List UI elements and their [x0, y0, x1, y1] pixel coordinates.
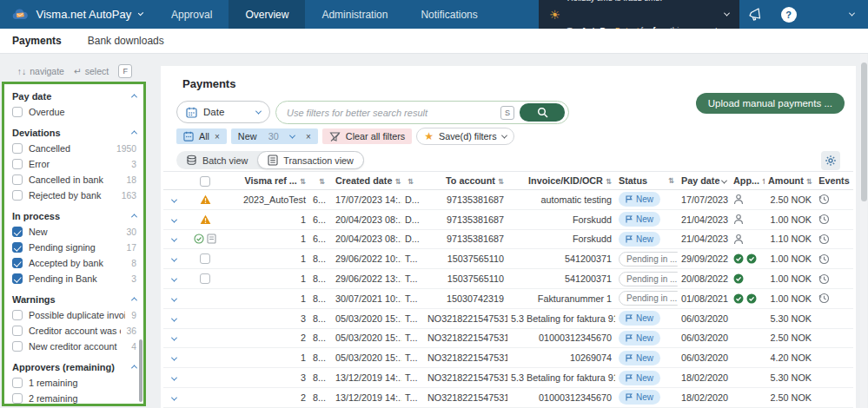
filter-checkbox[interactable] [12, 143, 23, 154]
expand-row-icon[interactable] [170, 236, 176, 242]
header-truncated-1[interactable]: ⇅ [309, 175, 332, 186]
filter-checkbox[interactable] [12, 107, 23, 117]
table-row[interactable]: 1 6... 20/04/2023 08:... D... 9713538168… [163, 230, 853, 250]
close-icon[interactable]: × [306, 132, 311, 141]
announcements-button[interactable] [739, 0, 772, 29]
filter-item[interactable]: New 30 [12, 224, 136, 240]
close-icon[interactable]: × [215, 132, 220, 141]
filter-item[interactable]: Pending in Bank 3 [12, 271, 136, 286]
expand-row-icon[interactable] [170, 355, 176, 361]
filter-item[interactable]: New creditor account 4 [12, 339, 136, 354]
sort-icon[interactable]: ⇅ [806, 177, 812, 186]
sort-icon[interactable]: ⇅ [498, 177, 504, 186]
search-button[interactable] [520, 103, 565, 122]
table-row[interactable]: 1 8... 29/06/2022 13:... T... 1503756511… [163, 269, 853, 289]
nav-item-approval[interactable]: Approval [155, 0, 229, 29]
expand-row-icon[interactable] [170, 335, 176, 341]
expand-row-icon[interactable] [170, 196, 176, 202]
expand-row-icon[interactable] [170, 256, 176, 262]
header-invoice[interactable]: Invoice/KID/OCR⇅ [507, 175, 615, 186]
sort-icon[interactable]: ⇅ [300, 177, 306, 186]
filter-section-header[interactable]: Warnings [12, 291, 136, 307]
expand-row-icon[interactable] [170, 295, 176, 301]
filter-item[interactable]: Cancelled in bank 18 [12, 172, 136, 188]
expand-row-icon[interactable] [170, 276, 176, 282]
expand-row-icon[interactable] [170, 375, 176, 381]
expand-row-icon[interactable] [170, 315, 176, 321]
history-clock-icon[interactable] [818, 214, 850, 225]
transaction-view-button[interactable]: Transaction view [257, 151, 364, 169]
history-clock-icon[interactable] [818, 293, 850, 304]
filter-item[interactable]: Error 3 [12, 156, 136, 172]
history-clock-icon[interactable] [818, 273, 850, 285]
header-truncated-2[interactable]: ⇅ [401, 175, 424, 186]
header-amount[interactable]: Amount⇅ [765, 175, 815, 186]
sort-icon[interactable]: ⇅ [319, 177, 325, 186]
filter-checkbox[interactable] [12, 326, 23, 336]
table-row[interactable]: 2 8... 05/03/2020 15:... T... NO32182215… [163, 329, 853, 349]
help-button[interactable]: ? [772, 0, 805, 29]
page-scrollbar-thumb[interactable] [861, 63, 867, 201]
row-checkbox[interactable] [200, 253, 210, 264]
filter-checkbox[interactable] [12, 242, 23, 253]
filter-item[interactable]: 1 remaining [12, 375, 136, 391]
filter-checkbox[interactable] [12, 258, 23, 268]
brand-area[interactable]: Visma.net AutoPay [0, 0, 155, 29]
table-row[interactable]: 2 8... 13/12/2019 14:... T... NO32182215… [163, 388, 853, 408]
select-all-checkbox[interactable] [200, 176, 210, 187]
filter-checkbox[interactable] [12, 174, 23, 185]
header-to-account[interactable]: To account⇅ [424, 175, 507, 186]
filter-item[interactable]: Pending signing 17 [12, 240, 136, 255]
table-row[interactable]: 1 6... 20/04/2023 08:... D... 9713538168… [163, 210, 853, 230]
filter-checkbox[interactable] [12, 378, 23, 388]
sidebar-scrollbar[interactable] [139, 339, 142, 402]
nav-item-administration[interactable]: Administration [305, 0, 404, 29]
header-pay-date[interactable]: Pay date [678, 175, 730, 186]
header-approved[interactable]: App...⇅ [730, 175, 765, 186]
filter-chip-all[interactable]: All × [176, 128, 227, 144]
tab-bank-downloads[interactable]: Bank downloads [88, 35, 164, 47]
filter-checkbox[interactable] [12, 273, 23, 284]
sort-icon[interactable]: ⇅ [407, 177, 414, 186]
nav-item-overview[interactable]: Overview [229, 0, 305, 29]
filter-item[interactable]: Rejected by bank 163 [12, 188, 136, 203]
filter-item[interactable]: 2 remaining [12, 391, 136, 406]
clear-all-filters-button[interactable]: Clear all filters [322, 128, 412, 144]
table-row[interactable]: 1 8... 05/03/2020 15:... T... NO32182215… [163, 348, 853, 368]
filter-item[interactable]: Creditor account was changed 36 [12, 323, 136, 339]
date-filter-dropdown[interactable]: Date [176, 101, 270, 123]
table-row[interactable]: 3 8... 05/03/2020 15:... T... NO32182215… [163, 309, 853, 329]
filter-checkbox[interactable] [12, 159, 23, 169]
history-clock-icon[interactable] [818, 234, 850, 245]
expand-row-icon[interactable] [170, 216, 176, 222]
sort-icon[interactable]: ⇅ [394, 177, 401, 186]
filter-checkbox[interactable] [12, 393, 23, 404]
filter-item[interactable]: Overdue [12, 104, 136, 120]
tab-payments[interactable]: Payments [12, 35, 62, 47]
table-settings-button[interactable] [821, 151, 840, 170]
table-row[interactable]: 1 8... 30/07/2021 10:... T... 1503074231… [163, 289, 853, 309]
user-menu-button[interactable] [850, 0, 868, 29]
sort-icon[interactable]: ⇅ [606, 177, 612, 186]
header-status[interactable]: Status⇅ [615, 175, 678, 186]
filter-item[interactable]: Accepted by bank 8 [12, 255, 136, 271]
filter-section-header[interactable]: In process [12, 207, 136, 224]
batch-view-button[interactable]: Batch view [176, 151, 257, 169]
upload-manual-payments-button[interactable]: Upload manual payments ... [696, 93, 845, 114]
history-clock-icon[interactable] [818, 194, 850, 205]
row-checkbox[interactable] [200, 273, 210, 284]
nav-item-notifications[interactable]: Notifications [404, 0, 494, 29]
search-bar[interactable]: Use filters for better search result S [275, 101, 569, 124]
chevron-down-icon[interactable] [289, 132, 295, 138]
filter-section-header[interactable]: Approvers (remaining) [12, 359, 136, 375]
filter-section-header[interactable]: Deviations [12, 124, 136, 141]
table-row[interactable]: 1 8... 29/06/2022 10:... T... 1503756511… [163, 249, 853, 269]
promo-banner[interactable]: ☀ Holiday time is fraud time! Try AutoPa… [539, 0, 739, 29]
filter-item[interactable]: Cancelled 1950 [12, 141, 136, 156]
search-input[interactable]: Use filters for better search result [287, 108, 495, 118]
saved-filters-button[interactable]: ★ Save(d) filters [416, 128, 514, 145]
table-row[interactable]: 3 8... 13/12/2019 14:... T... NO32182215… [163, 368, 853, 388]
sort-icon[interactable]: ⇅ [668, 176, 674, 185]
filter-checkbox[interactable] [12, 310, 23, 320]
header-created-date[interactable]: Created date⇅ [332, 175, 401, 186]
